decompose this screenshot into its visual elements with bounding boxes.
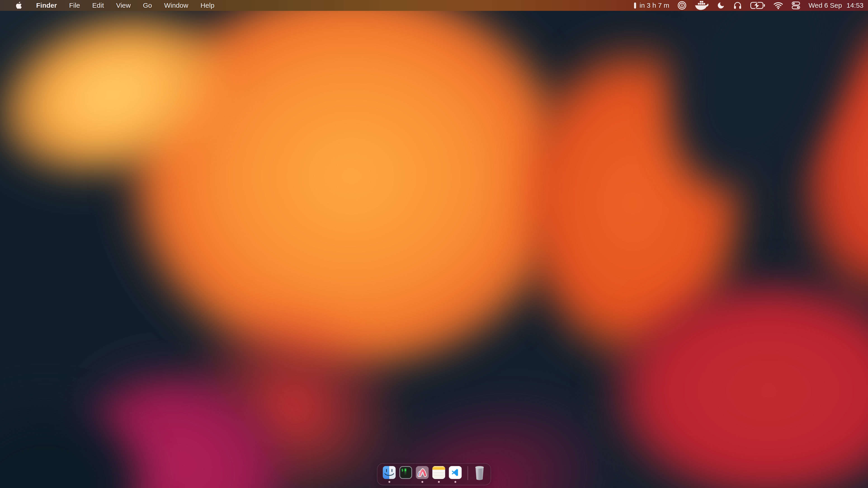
control-center-icon (792, 1, 800, 10)
dock-finder[interactable] (383, 466, 396, 479)
menu-go[interactable]: Go (137, 0, 158, 11)
wallpaper-teal-corner (0, 357, 204, 488)
wallpaper-navy-wedge (559, 0, 868, 304)
wifi-icon (773, 1, 783, 10)
apple-menu[interactable] (16, 0, 22, 11)
menu-view[interactable]: View (110, 0, 137, 11)
dock-vscode[interactable] (449, 466, 462, 479)
clock-date: Wed 6 Sep (809, 2, 842, 9)
svg-text:$: $ (401, 468, 404, 472)
record-circle-icon (677, 1, 686, 10)
finder-icon (383, 466, 396, 479)
running-indicator (454, 481, 456, 483)
dock-trash[interactable] (473, 466, 486, 480)
menu-finder[interactable]: Finder (30, 0, 63, 11)
headphones-icon (733, 1, 742, 10)
dock-notes[interactable] (432, 466, 445, 479)
apple-logo-icon (16, 2, 22, 9)
vscode-icon (449, 466, 462, 479)
status-record-circle[interactable] (677, 0, 686, 11)
timer-pill-icon (634, 2, 636, 8)
status-audio[interactable] (733, 0, 742, 11)
a-logo-app-icon (416, 466, 429, 479)
wallpaper-magenta-bottom-left (0, 257, 401, 488)
notes-icon (432, 466, 445, 479)
menu-help[interactable]: Help (194, 0, 221, 11)
dock-terminal[interactable]: $ (399, 466, 412, 479)
menu-file[interactable]: File (63, 0, 86, 11)
terminal-icon: $ (399, 466, 412, 479)
menu-bar-status-area: in 3 h 7 m (634, 0, 868, 11)
status-battery[interactable] (750, 0, 765, 11)
dock: $ (377, 463, 491, 485)
timer-label: in 3 h 7 m (640, 2, 669, 9)
wallpaper-crimson-bottom-right (531, 221, 868, 488)
running-indicator (421, 481, 423, 483)
dock-a-logo-app[interactable] (416, 466, 429, 479)
wallpaper-maroon-bottom-center (252, 302, 709, 488)
wallpaper-crimson-diagonal (75, 197, 513, 488)
status-docker[interactable] (694, 0, 709, 11)
menu-bar: Finder File Edit View Go Window Help in … (0, 0, 868, 11)
wallpaper-navy-top-left (0, 0, 204, 135)
desktop: Finder File Edit View Go Window Help in … (0, 0, 868, 488)
wallpaper-glow-top-left (0, 0, 307, 250)
status-focus[interactable] (717, 0, 725, 11)
menu-edit[interactable]: Edit (86, 0, 110, 11)
wallpaper-red-right (716, 0, 868, 405)
status-control-center[interactable] (792, 0, 800, 11)
moon-focus-icon (717, 1, 725, 9)
status-wifi[interactable] (773, 0, 783, 11)
status-timer[interactable]: in 3 h 7 m (634, 0, 669, 11)
menu-bar-left: Finder File Edit View Go Window Help (0, 0, 221, 11)
trash-icon (473, 466, 486, 480)
docker-whale-icon (694, 1, 709, 10)
menu-bar-clock[interactable]: Wed 6 Sep 14:53 (809, 0, 864, 11)
wallpaper-orange-deep (463, 0, 802, 441)
dock-separator (468, 466, 468, 480)
running-indicator (388, 481, 390, 483)
clock-time: 14:53 (846, 2, 864, 9)
menu-window[interactable]: Window (158, 0, 194, 11)
wallpaper-orange-main (41, 0, 662, 447)
running-indicator (438, 481, 440, 483)
battery-charging-icon (750, 2, 765, 9)
